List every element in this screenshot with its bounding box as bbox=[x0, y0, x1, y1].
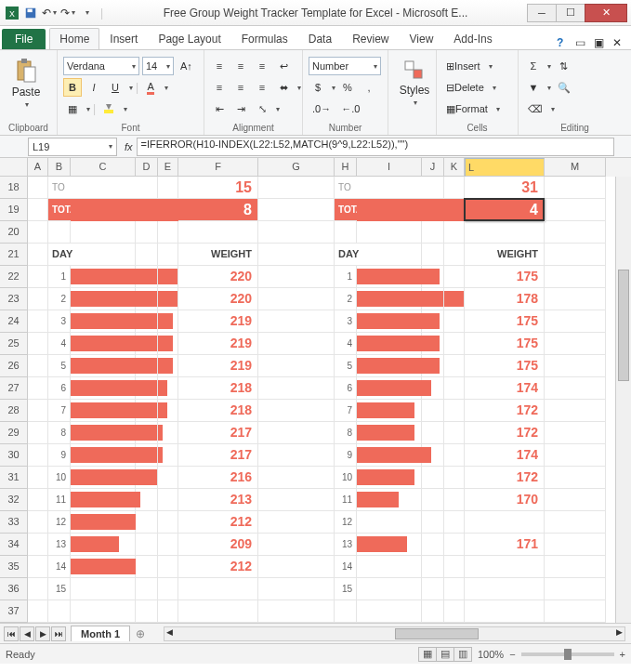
cell[interactable] bbox=[545, 266, 606, 288]
cell[interactable] bbox=[71, 177, 136, 199]
cell[interactable]: 31 bbox=[465, 177, 545, 199]
cell[interactable] bbox=[28, 177, 48, 199]
find-icon[interactable]: 🔍 bbox=[554, 78, 574, 97]
cell[interactable] bbox=[422, 600, 444, 623]
cell[interactable] bbox=[136, 444, 158, 467]
cell[interactable] bbox=[422, 534, 444, 556]
help-icon[interactable]: ? bbox=[557, 36, 570, 49]
cell[interactable] bbox=[136, 244, 158, 266]
row-header[interactable]: 31 bbox=[0, 467, 28, 489]
cell[interactable] bbox=[545, 511, 606, 534]
cell[interactable] bbox=[444, 600, 465, 623]
cell[interactable] bbox=[71, 244, 136, 266]
cell[interactable]: 13 bbox=[335, 534, 357, 556]
cell[interactable] bbox=[357, 400, 422, 422]
cell[interactable] bbox=[158, 221, 178, 244]
cell[interactable] bbox=[258, 355, 335, 377]
cell[interactable]: 5 bbox=[48, 355, 71, 377]
cell[interactable]: 11 bbox=[335, 489, 357, 511]
decrease-decimal-icon[interactable]: ←.0 bbox=[337, 99, 363, 118]
cell[interactable]: 6 bbox=[48, 377, 71, 400]
cell[interactable]: 12 bbox=[48, 511, 71, 534]
cell[interactable] bbox=[357, 221, 422, 244]
cell[interactable] bbox=[158, 444, 178, 467]
ribbon-tab-view[interactable]: View bbox=[400, 28, 444, 49]
zoom-slider[interactable] bbox=[521, 652, 614, 656]
cell[interactable] bbox=[545, 377, 606, 400]
cell[interactable] bbox=[158, 534, 178, 556]
cell[interactable] bbox=[136, 288, 158, 310]
cell[interactable] bbox=[258, 578, 335, 600]
ribbon-tab-home[interactable]: Home bbox=[49, 28, 99, 49]
page-layout-view-icon[interactable]: ▤ bbox=[436, 647, 454, 662]
increase-indent-icon[interactable]: ⇥ bbox=[231, 99, 250, 118]
cell[interactable] bbox=[71, 556, 136, 578]
cell[interactable] bbox=[545, 578, 606, 600]
cell[interactable]: 13 bbox=[48, 534, 71, 556]
row-header[interactable]: 34 bbox=[0, 534, 28, 556]
row-header[interactable]: 36 bbox=[0, 578, 28, 600]
row-header[interactable]: 27 bbox=[0, 377, 28, 400]
cell[interactable]: 219 bbox=[178, 310, 258, 333]
cell[interactable]: 4 bbox=[335, 333, 357, 355]
cell[interactable]: 8 bbox=[48, 422, 71, 444]
normal-view-icon[interactable]: ▦ bbox=[418, 647, 437, 662]
cell[interactable] bbox=[465, 578, 545, 600]
cell[interactable] bbox=[545, 467, 606, 489]
zoom-level[interactable]: 100% bbox=[478, 649, 504, 660]
cell[interactable] bbox=[545, 400, 606, 422]
cell[interactable] bbox=[71, 534, 136, 556]
cell[interactable]: 8 bbox=[335, 422, 357, 444]
cell[interactable]: 10 bbox=[48, 467, 71, 489]
paste-button[interactable]: Paste▾ bbox=[6, 54, 46, 112]
cell[interactable] bbox=[136, 333, 158, 355]
row-header[interactable]: 18 bbox=[0, 177, 28, 199]
row-header[interactable]: 28 bbox=[0, 400, 28, 422]
cell[interactable] bbox=[71, 511, 136, 534]
cell[interactable] bbox=[422, 489, 444, 511]
window-close-icon[interactable]: ✕ bbox=[612, 36, 625, 49]
cell[interactable]: 218 bbox=[178, 377, 258, 400]
cell[interactable]: 2 bbox=[48, 288, 71, 310]
row-header[interactable]: 37 bbox=[0, 600, 28, 623]
row-header[interactable]: 33 bbox=[0, 511, 28, 534]
cell[interactable] bbox=[422, 221, 444, 244]
cell[interactable] bbox=[136, 221, 158, 244]
cell[interactable]: TO GOAL bbox=[48, 177, 71, 199]
name-box[interactable]: L19▾ bbox=[28, 138, 117, 156]
cell[interactable] bbox=[545, 534, 606, 556]
cell[interactable]: 170 bbox=[465, 489, 545, 511]
font-name-select[interactable]: Verdana▾ bbox=[63, 57, 139, 75]
cell[interactable]: 4 bbox=[48, 333, 71, 355]
select-all-cell[interactable] bbox=[0, 158, 28, 177]
cell[interactable] bbox=[136, 556, 158, 578]
font-color-button[interactable]: A bbox=[141, 78, 160, 97]
cell[interactable] bbox=[136, 422, 158, 444]
cell[interactable] bbox=[422, 400, 444, 422]
cell[interactable] bbox=[28, 422, 48, 444]
cell[interactable] bbox=[444, 534, 465, 556]
cell[interactable] bbox=[48, 600, 71, 623]
cell[interactable] bbox=[136, 400, 158, 422]
cell[interactable] bbox=[136, 600, 158, 623]
cell[interactable] bbox=[422, 177, 444, 199]
clear-icon[interactable]: ⌫ bbox=[524, 99, 546, 118]
cell[interactable] bbox=[28, 333, 48, 355]
decrease-indent-icon[interactable]: ⇤ bbox=[210, 99, 229, 118]
cell[interactable] bbox=[422, 556, 444, 578]
row-header[interactable]: 24 bbox=[0, 310, 28, 333]
ribbon-tab-add-ins[interactable]: Add-Ins bbox=[443, 28, 502, 49]
cell[interactable] bbox=[71, 489, 136, 511]
cell[interactable]: 1 bbox=[335, 266, 357, 288]
maximize-button[interactable]: ☐ bbox=[556, 4, 585, 22]
qa-save-icon[interactable] bbox=[22, 5, 39, 21]
row-header[interactable]: 22 bbox=[0, 266, 28, 288]
font-size-select[interactable]: 14▾ bbox=[142, 57, 174, 75]
ribbon-tab-insert[interactable]: Insert bbox=[99, 28, 148, 49]
cell[interactable] bbox=[258, 333, 335, 355]
increase-font-icon[interactable]: A↑ bbox=[177, 57, 196, 75]
cell[interactable] bbox=[465, 556, 545, 578]
cell[interactable]: WEIGHT bbox=[465, 244, 545, 266]
cell[interactable] bbox=[545, 199, 606, 221]
cell[interactable]: 15 bbox=[178, 177, 258, 199]
